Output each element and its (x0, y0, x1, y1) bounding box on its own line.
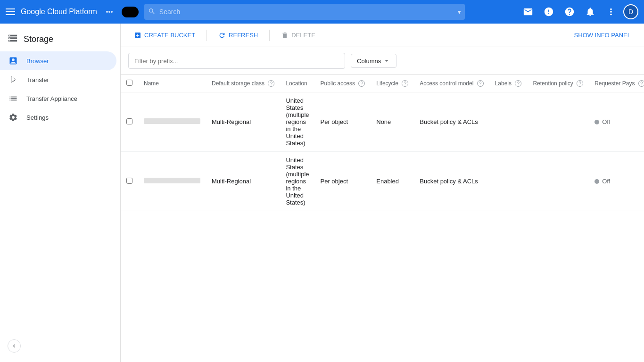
svg-point-1 (108, 11, 110, 13)
sidebar-item-browser[interactable]: Browser (0, 51, 116, 70)
sidebar-item-settings[interactable]: Settings (0, 108, 116, 127)
search-icon (148, 8, 156, 16)
table-row: Multi-RegionalUnited States (multiple re… (121, 152, 644, 211)
retention-header: Retention policy ? (527, 75, 589, 92)
main-layout: Storage Browser Transfer (0, 24, 644, 362)
status-dot (594, 179, 599, 184)
public-access-help-icon[interactable]: ? (358, 80, 365, 87)
public-access-header: Public access ? (315, 75, 371, 92)
access-control-header: Access control model ? (414, 75, 489, 92)
sidebar-item-transfer-appliance[interactable]: Transfer Appliance (0, 89, 116, 108)
browser-icon (8, 56, 19, 66)
requester-pays-help-icon[interactable]: ? (638, 80, 644, 87)
topbar-actions: D (520, 3, 638, 20)
storage-header-icon (8, 33, 18, 46)
alert-icon-btn[interactable] (540, 3, 557, 20)
delete-button[interactable]: DELETE (275, 29, 321, 42)
topbar: Google Cloud Platform ​ ▾ (0, 0, 644, 24)
transfer-appliance-icon (8, 94, 19, 103)
search-input[interactable] (159, 8, 456, 16)
email-icon-btn[interactable] (520, 3, 537, 20)
filter-input[interactable] (128, 53, 345, 69)
retention-help-icon[interactable]: ? (577, 80, 583, 87)
row-1-name[interactable] (138, 152, 206, 211)
sidebar-header: Storage (0, 27, 120, 51)
name-header: Name (138, 75, 206, 92)
row-0-access-control: Bucket policy & ACLs (414, 92, 489, 152)
row-1-labels (489, 152, 528, 211)
sidebar-collapse-button[interactable] (8, 339, 21, 353)
search-dropdown-icon[interactable]: ▾ (458, 8, 461, 16)
table-header-row: Name Default storage class ? Location Pu… (121, 75, 644, 92)
row-0-checkbox[interactable] (126, 118, 132, 124)
transfer-icon (8, 75, 19, 84)
main-content: CREATE BUCKET REFRESH DELETE SHOW INFO P… (121, 24, 644, 362)
row-0-location: United States (multiple regions in the U… (280, 92, 314, 152)
action-toolbar: CREATE BUCKET REFRESH DELETE SHOW INFO P… (121, 24, 644, 47)
row-0-requester-pays: Off (589, 92, 644, 152)
row-0-public-access: Per object (315, 92, 371, 152)
sidebar-transfer-label: Transfer (26, 76, 49, 83)
gcp-title: Google Cloud Platform (21, 8, 97, 16)
row-1-requester-pays: Off (589, 152, 644, 211)
project-selector-dots (103, 5, 116, 18)
row-0-labels (489, 92, 528, 152)
search-bar[interactable]: ▾ (144, 4, 465, 20)
row-1-checkbox[interactable] (126, 178, 132, 184)
access-control-help-icon[interactable]: ? (477, 80, 484, 87)
sidebar-browser-label: Browser (26, 58, 49, 65)
row-0-lifecycle: None (371, 92, 414, 152)
settings-icon (8, 113, 19, 122)
sidebar-settings-label: Settings (26, 114, 49, 121)
table-row: Multi-RegionalUnited States (multiple re… (121, 92, 644, 152)
select-all-checkbox[interactable] (126, 80, 132, 86)
location-header: Location (280, 75, 314, 92)
create-bucket-button[interactable]: CREATE BUCKET (128, 29, 201, 42)
table-area: Columns Name Default storage class (121, 47, 644, 362)
labels-header: Labels ? (489, 75, 528, 92)
svg-point-2 (111, 11, 113, 13)
row-1-access-control: Bucket policy & ACLs (414, 152, 489, 211)
toolbar-divider-1 (206, 30, 207, 41)
more-options-icon-btn[interactable] (603, 3, 619, 20)
svg-point-0 (106, 11, 108, 13)
lifecycle-header: Lifecycle ? (371, 75, 414, 92)
select-all-header (121, 75, 138, 92)
user-avatar[interactable]: D (623, 4, 638, 19)
refresh-button[interactable]: REFRESH (213, 29, 264, 42)
notifications-icon-btn[interactable] (582, 3, 599, 20)
status-dot (594, 120, 599, 124)
help-icon-btn[interactable] (561, 3, 578, 20)
storage-class-help-icon[interactable]: ? (268, 80, 274, 87)
row-1-retention (527, 152, 589, 211)
toolbar-right: SHOW INFO PANEL (569, 29, 636, 41)
row-1-location: United States (multiple regions in the U… (280, 152, 314, 211)
row-0-name[interactable] (138, 92, 206, 152)
project-selector[interactable]: ​ (122, 7, 139, 17)
lifecycle-help-icon[interactable]: ? (402, 80, 408, 87)
sidebar-nav: Browser Transfer Transfer Appliance (0, 51, 120, 362)
sidebar-title: Storage (24, 34, 53, 44)
sidebar-item-transfer[interactable]: Transfer (0, 70, 116, 89)
columns-button[interactable]: Columns (351, 54, 396, 68)
buckets-table: Name Default storage class ? Location Pu… (121, 75, 644, 211)
filter-row: Columns (121, 47, 644, 75)
sidebar: Storage Browser Transfer (0, 24, 121, 362)
storage-class-header: Default storage class ? (206, 75, 280, 92)
requester-pays-header: Requester Pays ? (589, 75, 644, 92)
row-1-lifecycle: Enabled (371, 152, 414, 211)
hamburger-menu[interactable] (6, 8, 15, 15)
row-0-retention (527, 92, 589, 152)
labels-help-icon[interactable]: ? (515, 80, 521, 87)
show-info-panel-button[interactable]: SHOW INFO PANEL (569, 29, 636, 41)
row-0-storage-class: Multi-Regional (206, 92, 280, 152)
row-1-storage-class: Multi-Regional (206, 152, 280, 211)
sidebar-appliance-label: Transfer Appliance (26, 95, 77, 102)
toolbar-divider-2 (269, 30, 270, 41)
row-1-public-access: Per object (315, 152, 371, 211)
